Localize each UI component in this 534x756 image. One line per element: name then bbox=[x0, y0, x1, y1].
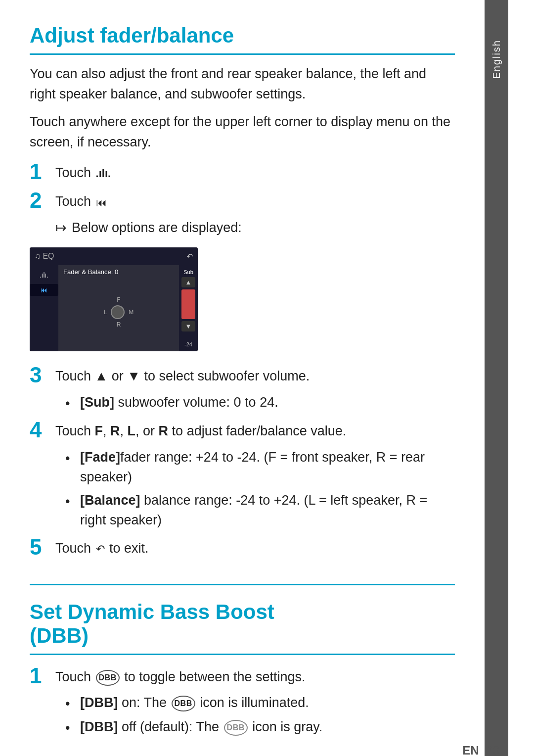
step-4-bullets: • [Fade]fader range: +24 to -24. (F = fr… bbox=[65, 447, 455, 530]
step-4-content: Touch F, R, L, or R to adjust fader/bala… bbox=[55, 418, 455, 441]
section2-title-line2: (DBB) bbox=[30, 624, 89, 647]
fader-top-label: F bbox=[117, 296, 120, 303]
bullet-dot-4: • bbox=[65, 693, 80, 714]
screen-fader-title: Fader & Balance: 0 bbox=[63, 268, 118, 276]
fader-left-label: L bbox=[104, 309, 107, 316]
step-2-content: Touch ⏮ bbox=[55, 189, 455, 212]
step-3-bullet-1: • [Sub] subwoofer volume: 0 to 24. bbox=[65, 392, 455, 414]
step-5: 5 Touch ↶ to exit. bbox=[30, 535, 455, 559]
screen-up-btn: ▲ bbox=[181, 277, 195, 287]
step-2-result-text: Below options are displayed: bbox=[72, 218, 242, 238]
page-footer: EN 23 bbox=[462, 744, 499, 756]
side-tab-label: English bbox=[491, 40, 502, 79]
screen-sub-value: -24 bbox=[184, 341, 192, 347]
step-3-number: 3 bbox=[30, 363, 55, 387]
dbb-icon-on: DBB bbox=[172, 696, 195, 711]
step-3-bullet-1-text: [Sub] subwoofer volume: 0 to 24. bbox=[80, 392, 278, 413]
section1-intro: You can also adjust the front and rear s… bbox=[30, 64, 455, 104]
side-tab: English bbox=[485, 0, 508, 756]
dbb-icon-off: DBB bbox=[224, 720, 248, 736]
screen-sidebar-bars-icon: .ılı. bbox=[38, 269, 51, 281]
step-4: 4 Touch F, R, L, or R to adjust fader/ba… bbox=[30, 418, 455, 442]
back-icon: ↶ bbox=[96, 541, 105, 557]
step-1-number: 1 bbox=[30, 160, 55, 184]
section1-note: Touch anywhere except for the upper left… bbox=[30, 112, 455, 152]
screen-sub-bar bbox=[181, 289, 195, 319]
section-divider bbox=[30, 584, 455, 585]
bullet-dot-2: • bbox=[65, 447, 80, 469]
step-4-bullet-2-text: [Balance] balance range: -24 to +24. (L … bbox=[80, 490, 455, 530]
fader-right-label: M bbox=[129, 309, 134, 316]
footer-page-num: 23 bbox=[486, 744, 499, 756]
screen-left-sidebar: .ılı. ⏮ bbox=[30, 265, 58, 351]
screen-right-sidebar: Sub ▲ ▼ -24 bbox=[179, 265, 198, 351]
bullet-dot-3: • bbox=[65, 490, 80, 512]
step-2-result: ↦ Below options are displayed: bbox=[55, 218, 455, 238]
skip-icon: ⏮ bbox=[96, 194, 107, 211]
step-3-content: Touch ▲ or ▼ to select subwoofer volume. bbox=[55, 363, 455, 386]
fader-bottom-label: R bbox=[117, 321, 121, 328]
arrow-icon: ↦ bbox=[55, 218, 67, 238]
step-5-content: Touch ↶ to exit. bbox=[55, 535, 455, 559]
fader-handle bbox=[111, 305, 125, 319]
section2-title: Set Dynamic Bass Boost (DBB) bbox=[30, 600, 455, 655]
screenshot: ♫ EQ ↶ .ılı. ⏮ Fader & Balance: 0 bbox=[30, 247, 198, 351]
step-4-bullet-1-text: [Fade]fader range: +24 to -24. (F = fron… bbox=[80, 447, 455, 487]
step-1: 1 Touch .ılı. bbox=[30, 160, 455, 184]
screen-topbar: ♫ EQ ↶ bbox=[30, 247, 198, 265]
dbb-bullet-2-text: [DBB] off (default): The DBB icon is gra… bbox=[80, 717, 322, 737]
step-5-number: 5 bbox=[30, 535, 55, 559]
screen-body: .ılı. ⏮ Fader & Balance: 0 F L M bbox=[30, 265, 198, 351]
section1-title: Adjust fader/balance bbox=[30, 24, 455, 55]
screen-back-icon: ↶ bbox=[186, 252, 193, 261]
dbb-bullets: • [DBB] on: The DBB icon is illuminated.… bbox=[65, 693, 455, 738]
dbb-bullet-2: • [DBB] off (default): The DBB icon is g… bbox=[65, 717, 455, 738]
section2-title-line1: Set Dynamic Bass Boost bbox=[30, 600, 274, 623]
bullet-dot: • bbox=[65, 392, 80, 414]
step-4-bullet-1: • [Fade]fader range: +24 to -24. (F = fr… bbox=[65, 447, 455, 487]
step-2-number: 2 bbox=[30, 189, 55, 212]
screen-center: Fader & Balance: 0 F L M R bbox=[58, 265, 179, 351]
bullet-dot-5: • bbox=[65, 717, 80, 738]
step-3-bullets: • [Sub] subwoofer volume: 0 to 24. bbox=[65, 392, 455, 414]
dbb-bullet-1: • [DBB] on: The DBB icon is illuminated. bbox=[65, 693, 455, 714]
dbb-bullet-1-text: [DBB] on: The DBB icon is illuminated. bbox=[80, 693, 309, 713]
step-3: 3 Touch ▲ or ▼ to select subwoofer volum… bbox=[30, 363, 455, 387]
eq-icon: ♫ EQ bbox=[35, 252, 54, 261]
bars-icon: .ılı. bbox=[96, 165, 111, 182]
step-4-bullet-2: • [Balance] balance range: -24 to +24. (… bbox=[65, 490, 455, 530]
step-2: 2 Touch ⏮ bbox=[30, 189, 455, 212]
dbb-icon: DBB bbox=[96, 670, 120, 686]
dbb-step-1-content: Touch DBB to toggle between the settings… bbox=[55, 664, 455, 687]
step-4-number: 4 bbox=[30, 418, 55, 442]
screen-down-btn: ▼ bbox=[181, 321, 195, 331]
dbb-step-1-number: 1 bbox=[30, 664, 55, 688]
screen-sidebar-skip-icon: ⏮ bbox=[30, 284, 58, 296]
step-1-content: Touch .ılı. bbox=[55, 160, 455, 183]
dbb-step-1: 1 Touch DBB to toggle between the settin… bbox=[30, 664, 455, 688]
footer-en-label: EN bbox=[462, 744, 479, 756]
screen-sub-label: Sub bbox=[183, 269, 193, 275]
